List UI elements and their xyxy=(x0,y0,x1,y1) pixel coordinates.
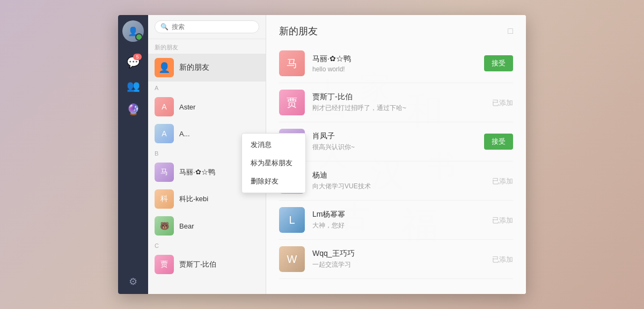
avatar-img: A xyxy=(155,124,174,143)
avatar-img: 贾 xyxy=(155,255,174,274)
friend-action: 接受 xyxy=(484,134,513,150)
context-menu-send-message[interactable]: 发消息 xyxy=(242,136,305,154)
avatar-img: A xyxy=(155,97,174,116)
friend-message: 向大佬学习VUE技术 xyxy=(312,182,492,191)
friend-row-6: W Wqq_王巧巧 一起交流学习 已添加 xyxy=(279,240,513,279)
discover-symbol: 🔮 xyxy=(127,103,140,116)
friend-name: Lm杨幂幂 xyxy=(312,210,492,219)
friend-info: Lm杨幂幂 大神，您好 xyxy=(312,210,492,230)
search-input[interactable] xyxy=(172,23,253,31)
friend-info: 杨迪 向大佬学习VUE技术 xyxy=(312,171,492,191)
contact-name: 科比-kebi xyxy=(179,194,208,204)
chat-icon[interactable]: 💬 5 xyxy=(123,53,143,72)
context-menu: 发消息 标为星标朋友 删除好友 xyxy=(241,133,306,193)
close-button[interactable]: □ xyxy=(508,27,513,35)
section-letter-a: A xyxy=(148,82,266,93)
friend-info: 贾斯丁-比伯 刚才已经打过招呼了，通过下哈~ xyxy=(312,92,492,113)
new-friends-icon: 👤 xyxy=(155,58,174,77)
search-icon: 🔍 xyxy=(160,23,169,31)
section-letter-c: C xyxy=(148,239,266,251)
contacts-icon[interactable]: 👥 xyxy=(123,76,143,95)
friend-message: hello world! xyxy=(312,65,484,73)
contact-avatar: 马 xyxy=(155,163,174,182)
contact-name: A... xyxy=(179,130,190,138)
friend-avatar: L xyxy=(279,207,305,233)
friend-row-1: 马 马丽·✿☆鸭 hello world! 接受 xyxy=(279,44,513,83)
friend-avatar: 贾 xyxy=(279,90,305,115)
friend-info: Wqq_王巧巧 一起交流学习 xyxy=(312,249,492,269)
avatar-img: 贾 xyxy=(279,90,305,115)
main-header: 新的朋友 □ xyxy=(266,15,526,44)
search-input-wrap: 🔍 xyxy=(155,20,259,33)
friend-action: 已添加 xyxy=(492,254,513,264)
new-friends-item[interactable]: 👤 新的朋友 xyxy=(148,54,266,82)
friend-info: 肖凤子 很高兴认识你~ xyxy=(312,131,484,152)
friend-message: 大神，您好 xyxy=(312,221,492,230)
app-window: 👤 💬 5 👥 🔮 ⚙ 🔍 新的朋友 👤 新的朋友 A xyxy=(118,15,526,294)
avatar-img: W xyxy=(279,246,305,272)
contact-name: 贾斯丁-比伯 xyxy=(179,260,216,269)
avatar-img: 马 xyxy=(279,50,305,76)
friend-row-4: 杨 杨迪 向大佬学习VUE技术 已添加 xyxy=(279,161,513,201)
added-label: 已添加 xyxy=(492,255,513,264)
friend-info: 马丽·✿☆鸭 hello world! xyxy=(312,54,484,73)
friend-message: 刚才已经打过招呼了，通过下哈~ xyxy=(312,104,492,113)
friend-row-2: 贾 贾斯丁-比伯 刚才已经打过招呼了，通过下哈~ 已添加 xyxy=(279,83,513,122)
friend-name: 杨迪 xyxy=(312,171,492,180)
accept-button[interactable]: 接受 xyxy=(484,55,513,71)
added-label: 已添加 xyxy=(492,216,513,225)
avatar-img: 科 xyxy=(155,189,174,209)
added-label: 已添加 xyxy=(492,176,513,186)
friend-action: 接受 xyxy=(484,55,513,71)
friend-name: 马丽·✿☆鸭 xyxy=(312,54,484,64)
friend-name: 贾斯丁-比伯 xyxy=(312,92,492,102)
friend-message: 一起交流学习 xyxy=(312,260,492,269)
avatar-img: L xyxy=(279,207,305,233)
contact-avatar: 贾 xyxy=(155,255,174,274)
friend-action: 已添加 xyxy=(492,215,513,225)
friend-action: 已添加 xyxy=(492,98,513,108)
context-menu-star-friend[interactable]: 标为星标朋友 xyxy=(242,154,305,172)
friend-name: 肖凤子 xyxy=(312,131,484,141)
contact-avatar: A xyxy=(155,124,174,143)
contact-avatar: 科 xyxy=(155,189,174,209)
contact-item-justin[interactable]: 贾 贾斯丁-比伯 xyxy=(148,251,266,278)
contacts-symbol: 👥 xyxy=(127,79,140,92)
contact-avatar: A xyxy=(155,97,174,116)
friend-action: 已添加 xyxy=(492,176,513,186)
contact-name: Bear xyxy=(179,222,194,230)
chat-badge: 5 xyxy=(133,54,142,60)
contact-item-bear[interactable]: 🐻 Bear xyxy=(148,212,266,239)
settings-icon[interactable]: ⚙ xyxy=(129,276,137,288)
added-label: 已添加 xyxy=(492,98,513,108)
friend-row-3: 肖 肖凤子 很高兴认识你~ 接受 xyxy=(279,122,513,161)
friend-avatar: W xyxy=(279,246,305,272)
contact-item-aster[interactable]: A Aster xyxy=(148,93,266,120)
new-friends-section-header: 新的朋友 xyxy=(148,39,266,54)
accept-button[interactable]: 接受 xyxy=(484,134,513,150)
contact-name: 马丽·✿☆鸭 xyxy=(179,167,215,177)
user-avatar[interactable]: 👤 xyxy=(122,20,144,42)
friend-message: 很高兴认识你~ xyxy=(312,143,484,152)
context-menu-delete-friend[interactable]: 删除好友 xyxy=(242,172,305,190)
friend-name: Wqq_王巧巧 xyxy=(312,249,492,259)
sidebar: 👤 💬 5 👥 🔮 ⚙ xyxy=(118,15,148,294)
search-bar: 🔍 xyxy=(148,15,266,39)
friend-avatar: 马 xyxy=(279,50,305,76)
contact-avatar: 🐻 xyxy=(155,216,174,236)
avatar-img: 马 xyxy=(155,163,174,182)
contact-name: Aster xyxy=(179,103,195,111)
avatar-img: 🐻 xyxy=(155,216,174,236)
discover-icon[interactable]: 🔮 xyxy=(123,100,143,119)
main-title: 新的朋友 xyxy=(279,25,318,38)
friend-row-5: L Lm杨幂幂 大神，您好 已添加 xyxy=(279,201,513,240)
new-friends-label: 新的朋友 xyxy=(179,63,209,72)
